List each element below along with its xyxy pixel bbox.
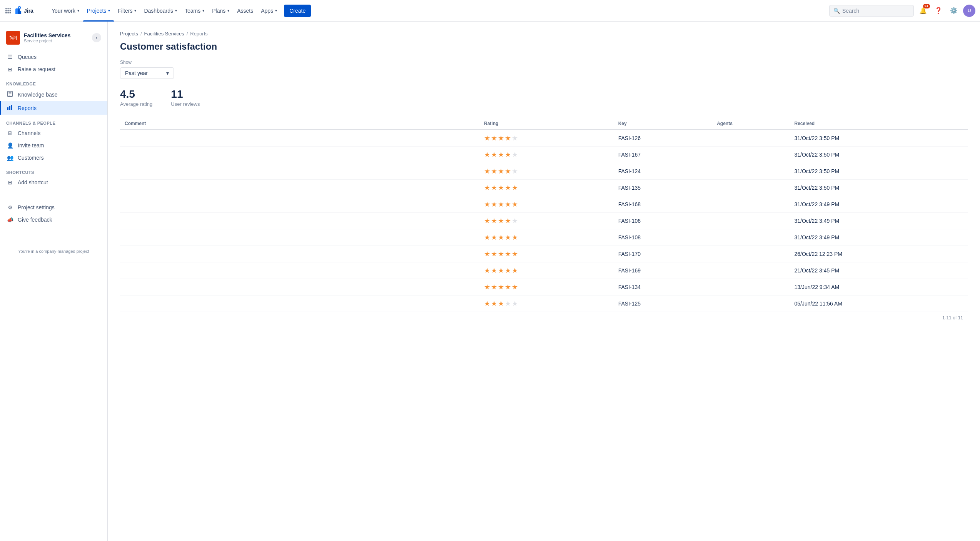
col-received: Received (790, 118, 968, 130)
col-key: Key (614, 118, 712, 130)
cell-key[interactable]: FASI-167 (614, 147, 712, 163)
create-button[interactable]: Create (284, 5, 311, 17)
notification-badge: 9+ (923, 4, 930, 8)
cell-received: 21/Oct/22 3:45 PM (790, 262, 968, 279)
cell-key[interactable]: FASI-124 (614, 163, 712, 180)
project-icon: 🍽 (6, 31, 20, 45)
star-filled: ★ (491, 299, 497, 308)
svg-rect-7 (8, 12, 9, 13)
cell-agents (712, 147, 790, 163)
star-filled: ★ (505, 283, 511, 291)
star-filled: ★ (505, 250, 511, 258)
star-filled: ★ (512, 200, 518, 209)
sidebar-item-queues[interactable]: ☰ Queues (0, 51, 107, 63)
table-row: ★★★★★FASI-13413/Jun/22 9:34 AM (120, 279, 968, 296)
star-filled: ★ (484, 250, 490, 258)
star-filled: ★ (484, 134, 490, 142)
sidebar-item-customers[interactable]: 👥 Customers (0, 152, 107, 164)
sidebar-item-project-settings[interactable]: ⚙ Project settings (0, 201, 107, 214)
cell-received: 13/Jun/22 9:34 AM (790, 279, 968, 296)
period-dropdown[interactable]: Past year ▾ (120, 67, 174, 79)
nav-filters[interactable]: Filters ▾ (114, 0, 140, 22)
sidebar-item-give-feedback[interactable]: 📣 Give feedback (0, 214, 107, 226)
dropdown-chevron: ▾ (166, 70, 169, 76)
cell-rating: ★★★★★ (479, 262, 614, 279)
queues-icon: ☰ (6, 54, 14, 60)
stat-user-reviews: 11 User reviews (171, 88, 200, 107)
star-filled: ★ (491, 150, 497, 159)
cell-received: 31/Oct/22 3:50 PM (790, 163, 968, 180)
cell-received: 31/Oct/22 3:50 PM (790, 147, 968, 163)
chevron-icon: ▾ (227, 8, 229, 13)
cell-key[interactable]: FASI-134 (614, 279, 712, 296)
star-empty: ★ (512, 134, 518, 142)
section-title-knowledge: KNOWLEDGE (0, 75, 107, 88)
table-row: ★★★★★FASI-13531/Oct/22 3:50 PM (120, 180, 968, 196)
nav-assets[interactable]: Assets (233, 0, 257, 22)
search-box[interactable]: 🔍 Search (829, 5, 914, 17)
notifications-button[interactable]: 🔔 9+ (917, 5, 929, 17)
chevron-icon: ▾ (202, 8, 204, 13)
sidebar-collapse-button[interactable]: ‹ (92, 33, 101, 42)
settings-button[interactable]: ⚙️ (948, 5, 960, 17)
cell-comment (120, 296, 479, 312)
sidebar-item-reports[interactable]: Reports (0, 101, 107, 115)
star-empty: ★ (512, 150, 518, 159)
section-title-shortcuts: SHORTCUTS (0, 164, 107, 176)
sidebar-header: 🍽 Facilities Services Service project ‹ (0, 28, 107, 51)
star-empty: ★ (505, 299, 511, 308)
page-title: Customer satisfaction (120, 41, 968, 52)
nav-teams[interactable]: Teams ▾ (181, 0, 208, 22)
cell-key[interactable]: FASI-170 (614, 246, 712, 262)
nav-apps[interactable]: Apps ▾ (257, 0, 281, 22)
cell-key[interactable]: FASI-125 (614, 296, 712, 312)
star-filled: ★ (484, 167, 490, 175)
breadcrumb-sep-1: / (140, 31, 142, 37)
table-row: ★★★★★FASI-12505/Jun/22 11:56 AM (120, 296, 968, 312)
cell-key[interactable]: FASI-169 (614, 262, 712, 279)
svg-rect-4 (8, 10, 9, 11)
star-filled: ★ (505, 200, 511, 209)
cell-comment (120, 229, 479, 246)
cell-rating: ★★★★★ (479, 147, 614, 163)
project-type: Service project (24, 38, 70, 43)
cell-key[interactable]: FASI-135 (614, 180, 712, 196)
help-button[interactable]: ❓ (932, 5, 945, 17)
sidebar-item-channels[interactable]: 🖥 Channels (0, 127, 107, 139)
breadcrumb-facilities[interactable]: Facilities Services (144, 31, 184, 37)
cell-key[interactable]: FASI-106 (614, 213, 712, 229)
give-feedback-icon: 📣 (6, 217, 14, 223)
cell-key[interactable]: FASI-126 (614, 130, 712, 147)
cell-comment (120, 147, 479, 163)
star-filled: ★ (491, 283, 497, 291)
nav-dashboards[interactable]: Dashboards ▾ (140, 0, 181, 22)
sidebar-item-raise-request[interactable]: ⊞ Raise a request (0, 63, 107, 75)
section-title-channels: CHANNELS & PEOPLE (0, 115, 107, 127)
cell-agents (712, 229, 790, 246)
cell-key[interactable]: FASI-168 (614, 196, 712, 213)
cell-comment (120, 130, 479, 147)
cell-rating: ★★★★★ (479, 180, 614, 196)
avatar[interactable]: U (963, 5, 975, 17)
nav-plans[interactable]: Plans ▾ (208, 0, 233, 22)
chevron-icon: ▾ (134, 8, 136, 13)
apps-grid-icon[interactable] (5, 7, 12, 14)
col-rating: Rating (479, 118, 614, 130)
sidebar-item-add-shortcut[interactable]: ⊞ Add shortcut (0, 176, 107, 189)
jira-logo[interactable]: Jira (15, 5, 43, 16)
cell-key[interactable]: FASI-108 (614, 229, 712, 246)
star-filled: ★ (505, 217, 511, 225)
sidebar-item-invite-team[interactable]: 👤 Invite team (0, 139, 107, 152)
nav-projects[interactable]: Projects ▾ (83, 0, 114, 22)
star-filled: ★ (498, 167, 504, 175)
cell-comment (120, 246, 479, 262)
breadcrumb-projects[interactable]: Projects (120, 31, 138, 37)
average-rating-value: 4.5 (120, 88, 152, 100)
star-filled: ★ (512, 283, 518, 291)
cell-rating: ★★★★★ (479, 296, 614, 312)
sidebar-item-knowledge-base[interactable]: Knowledge base (0, 88, 107, 101)
star-filled: ★ (491, 266, 497, 275)
nav-your-work[interactable]: Your work ▾ (48, 0, 83, 22)
cell-agents (712, 130, 790, 147)
chevron-icon: ▾ (77, 8, 79, 13)
